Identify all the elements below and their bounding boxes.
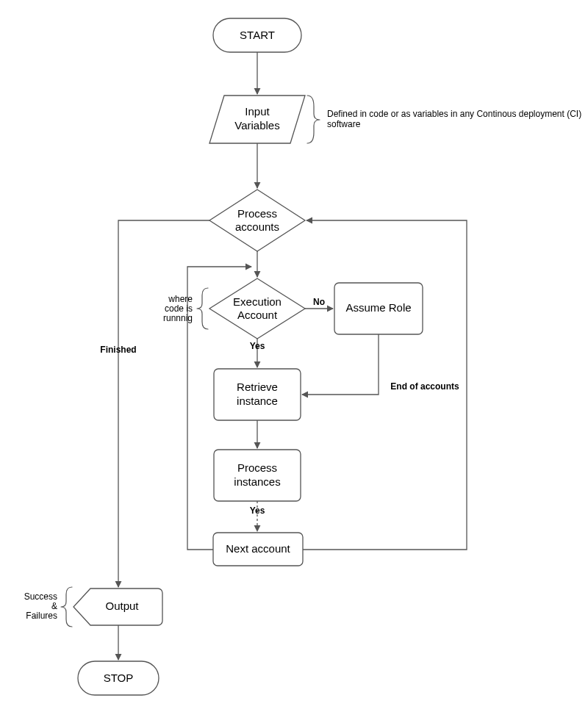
note-code-l3: runnnig (163, 313, 193, 323)
note-output-l3: Failures (26, 611, 57, 621)
assume-role-node: Assume Role (334, 283, 423, 334)
input-variables-label-1: Input (245, 105, 270, 118)
process-accounts-label-1: Process (237, 207, 277, 220)
stop-node: STOP (78, 661, 159, 695)
process-instances-label-1: Process (237, 461, 277, 474)
note-code-l1: where (168, 294, 193, 304)
input-variables-label-2: Variables (234, 119, 279, 132)
process-instances-node: Process instances (214, 450, 301, 501)
brace-ci-icon (307, 96, 320, 143)
edge-finished-label: Finished (100, 345, 136, 355)
execution-account-label-1: Execution (233, 295, 282, 308)
retrieve-instance-label-1: Retrieve (237, 381, 278, 393)
process-accounts-node: Process accounts (209, 190, 305, 251)
edge-process-yes-label: Yes (250, 505, 265, 516)
note-ci-l2: software (327, 119, 361, 129)
input-variables-node: Input Variables (209, 96, 305, 143)
stop-label: STOP (104, 672, 134, 684)
process-accounts-label-2: accounts (235, 220, 279, 233)
edge-exec-no-label: No (313, 297, 325, 307)
note-output-l1: Success (24, 591, 57, 602)
note-ci-l1: Defined in code or as variables in any C… (327, 109, 581, 119)
edge-finished (118, 220, 209, 587)
note-code-l2: code is (165, 303, 193, 314)
edge-exec-yes-label: Yes (250, 341, 265, 351)
output-node: Output (74, 589, 162, 625)
next-account-node: Next account (213, 533, 303, 566)
flowchart-diagram: START Input Variables Process accounts E… (0, 0, 588, 709)
brace-code-icon (197, 288, 208, 329)
start-node: START (213, 18, 301, 52)
brace-output-icon (61, 587, 72, 627)
retrieve-instance-node: Retrieve instance (214, 369, 301, 420)
next-account-label: Next account (226, 542, 290, 555)
edge-assume-retrieve (302, 334, 379, 395)
note-output-l2: & (51, 601, 57, 611)
process-instances-label-2: instances (234, 475, 280, 488)
execution-account-node: Execution Account (209, 278, 305, 339)
execution-account-label-2: Account (237, 309, 278, 321)
start-label: START (240, 29, 275, 41)
edge-end-of-accounts-label: End of accounts (390, 381, 459, 392)
assume-role-label: Assume Role (345, 301, 411, 314)
retrieve-instance-label-2: instance (237, 395, 278, 407)
output-label: Output (105, 600, 139, 612)
